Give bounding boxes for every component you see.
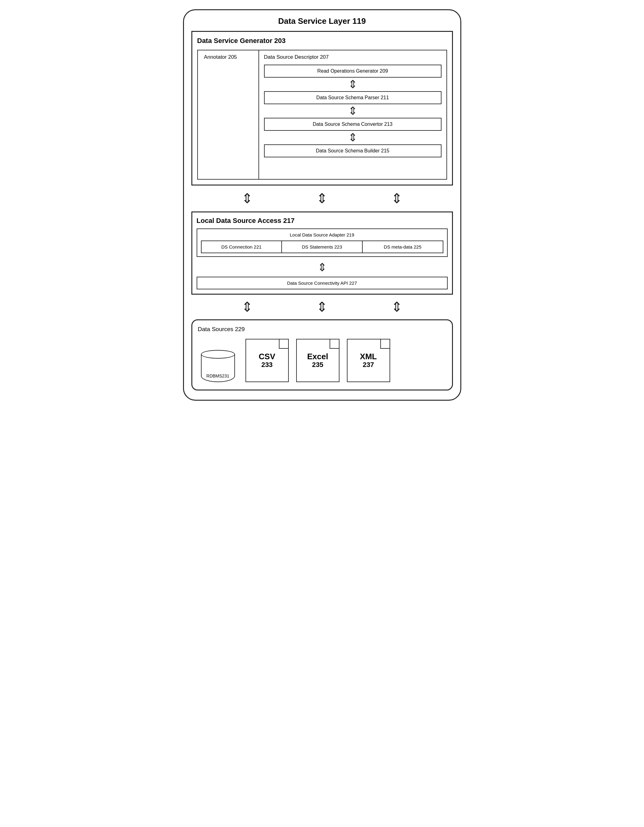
rdbms-cylinder: RDBMS231 [198, 350, 238, 382]
ds-meta-box: DS meta-data 225 [363, 240, 443, 253]
ds-stmt-box: DS Statements 223 [282, 240, 363, 253]
ldsa-adapter-box: Local Data Source Adapter 219 DS Connect… [196, 228, 448, 257]
excel-title: Excel [307, 352, 328, 361]
arrow-ldsa-api: ⇕ [318, 262, 327, 273]
outer-layer-title: Data Service Layer 119 [191, 16, 453, 26]
ldsa-api-label: Data Source Connectivity API 227 [287, 281, 357, 286]
rdbms-label: RDBMS231 [206, 373, 229, 378]
csv-num: 233 [261, 361, 273, 369]
csv-box: CSV 233 [245, 339, 289, 382]
arrow-mid-1: ⇕ [242, 192, 253, 205]
ds-meta-label: DS meta-data 225 [384, 244, 421, 250]
dssc-label: Data Source Schema Convertor 213 [313, 122, 393, 127]
xml-num: 237 [363, 361, 374, 369]
dssp-label: Data Source Schema Parser 211 [316, 95, 389, 100]
annotator-box: Annotator 205 [197, 50, 259, 179]
ldsa-api-box: Data Source Connectivity API 227 [196, 277, 448, 289]
annotator-label: Annotator 205 [204, 54, 237, 60]
csv-title: CSV [259, 352, 275, 361]
arrow-1: ⇕ [264, 79, 441, 90]
rog-box: Read Operations Generator 209 [264, 65, 441, 78]
page-container: Data Service Layer 119 Data Service Gene… [183, 9, 461, 401]
between-dsg-ldsa: ⇕ ⇕ ⇕ [191, 186, 453, 211]
outer-layer-box: Data Service Layer 119 Data Service Gene… [183, 9, 461, 401]
ds-conn-box: DS Connection 221 [201, 240, 282, 253]
arrow-mid-3: ⇕ [391, 192, 402, 205]
arrow-bot-3: ⇕ [391, 300, 402, 314]
excel-box: Excel 235 [296, 339, 340, 382]
cylinder-top [201, 350, 235, 359]
dssb-label: Data Source Schema Builder 215 [316, 148, 389, 153]
ldsa-box: Local Data Source Access 217 Local Data … [191, 211, 453, 295]
xml-title: XML [360, 352, 377, 361]
between-ldsa-ds: ⇕ ⇕ ⇕ [191, 295, 453, 319]
xml-box: XML 237 [347, 339, 390, 382]
rog-label: Read Operations Generator 209 [317, 68, 388, 73]
ds-stmt-label: DS Statements 223 [302, 244, 342, 250]
dssc-box: Data Source Schema Convertor 213 [264, 118, 441, 131]
ds-box: Data Sources 229 RDBMS231 CSV 233 Excel [191, 319, 453, 390]
dsg-box: Data Service Generator 203 Annotator 205… [191, 31, 453, 186]
dsd-title: Data Source Descriptor 207 [264, 54, 441, 60]
ldsa-adapter-title: Local Data Source Adapter 219 [201, 232, 443, 237]
ds-conn-label: DS Connection 221 [221, 244, 262, 250]
ldsa-arrow: ⇕ [196, 261, 448, 274]
excel-num: 235 [312, 361, 323, 369]
dssp-box: Data Source Schema Parser 211 [264, 91, 441, 104]
arrow-2: ⇕ [264, 105, 441, 117]
dsd-box: Data Source Descriptor 207 Read Operatio… [259, 50, 447, 179]
arrow-mid-2: ⇕ [316, 192, 328, 205]
arrow-3: ⇕ [264, 132, 441, 143]
ldsa-title: Local Data Source Access 217 [196, 217, 448, 225]
dssb-box: Data Source Schema Builder 215 [264, 144, 441, 158]
ds-title: Data Sources 229 [198, 326, 446, 332]
ldsa-sub-row: DS Connection 221 DS Statements 223 DS m… [201, 240, 443, 253]
dsg-inner-row: Annotator 205 Data Source Descriptor 207… [197, 50, 447, 179]
arrow-bot-1: ⇕ [242, 300, 253, 314]
arrow-bot-2: ⇕ [316, 300, 328, 314]
ds-items-row: RDBMS231 CSV 233 Excel 235 XML 237 [198, 339, 446, 382]
dsg-title: Data Service Generator 203 [197, 37, 447, 45]
ldsa-api-row: Data Source Connectivity API 227 [196, 277, 448, 289]
